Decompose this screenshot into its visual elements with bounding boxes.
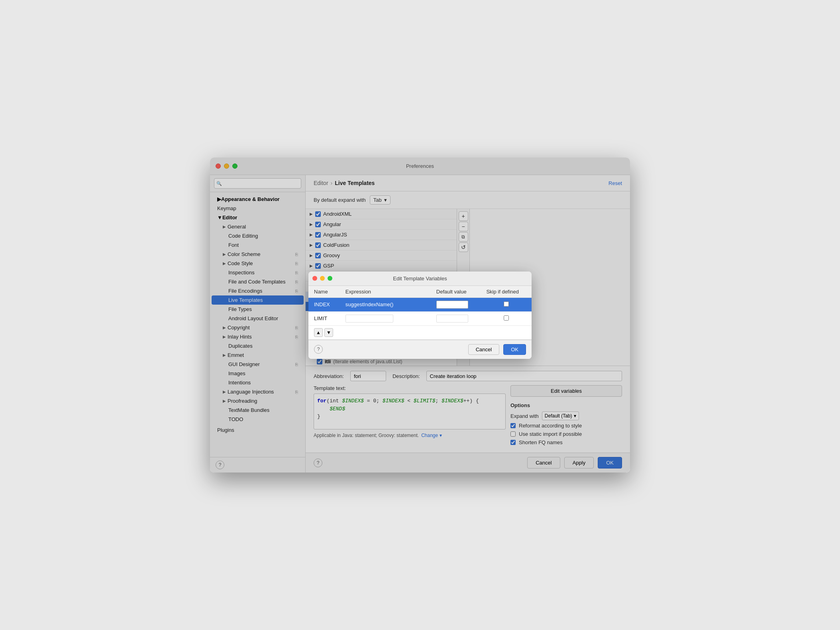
col-default-value: Default value	[431, 286, 481, 298]
up-down-row: ▲ ▼	[308, 326, 532, 340]
edit-template-variables-modal: Edit Template Variables Name Expression …	[308, 272, 532, 359]
col-name: Name	[308, 286, 340, 298]
modal-traffic-lights	[312, 276, 332, 281]
limit-default-value-input[interactable]	[436, 315, 468, 323]
modal-titlebar: Edit Template Variables	[308, 272, 532, 286]
limit-expression-cell[interactable]	[340, 311, 431, 325]
table-row-limit[interactable]: LIMIT	[308, 311, 532, 325]
limit-skip-cell[interactable]	[481, 311, 532, 325]
index-expression-cell[interactable]	[340, 297, 431, 311]
modal-minimize-button[interactable]	[320, 276, 325, 281]
move-down-button[interactable]: ▼	[324, 328, 333, 337]
table-row-index[interactable]: INDEX	[308, 297, 532, 311]
index-expression-input[interactable]	[345, 301, 425, 307]
modal-overlay: Edit Template Variables Name Expression …	[210, 158, 630, 472]
modal-title: Edit Template Variables	[393, 276, 447, 282]
modal-maximize-button[interactable]	[328, 276, 332, 281]
limit-skip-checkbox[interactable]	[504, 315, 509, 321]
move-up-button[interactable]: ▲	[314, 328, 323, 337]
variables-table: Name Expression Default value Skip if de…	[308, 286, 532, 326]
modal-cancel-button[interactable]: Cancel	[468, 344, 499, 355]
index-default-value-cell[interactable]	[431, 297, 481, 311]
modal-footer: ? Cancel OK	[308, 340, 532, 359]
modal-ok-button[interactable]: OK	[503, 344, 526, 355]
limit-name-cell: LIMIT	[308, 311, 340, 325]
col-expression: Expression	[340, 286, 431, 298]
index-skip-checkbox[interactable]	[504, 301, 509, 307]
modal-footer-help: ?	[314, 345, 323, 354]
limit-default-value-cell[interactable]	[431, 311, 481, 325]
modal-close-button[interactable]	[312, 276, 317, 281]
index-default-value-input[interactable]	[436, 301, 468, 309]
col-skip-if-defined: Skip if defined	[481, 286, 532, 298]
preferences-window: Preferences 🔍 ▶ Appearance & Behavior Ke…	[210, 158, 630, 472]
limit-expression-input[interactable]	[345, 315, 393, 323]
modal-body: Name Expression Default value Skip if de…	[308, 286, 532, 359]
modal-help-button[interactable]: ?	[314, 345, 323, 354]
index-name-cell: INDEX	[308, 297, 340, 311]
index-skip-cell[interactable]	[481, 297, 532, 311]
